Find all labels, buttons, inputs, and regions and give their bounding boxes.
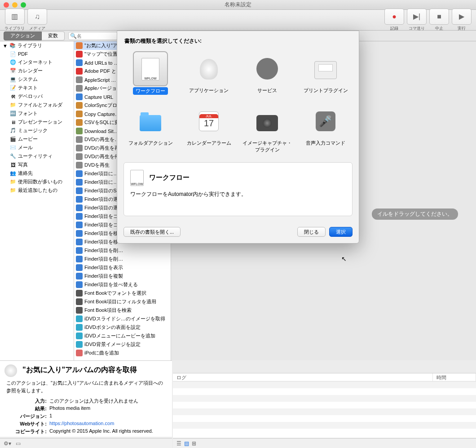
smart-most-used[interactable]: 📁使用回数が多いもの <box>0 177 74 186</box>
action-icon <box>76 247 83 254</box>
category-icon: 🖼 <box>10 162 16 168</box>
category-icon: 📅 <box>10 68 16 74</box>
library-category[interactable]: 🌐インターネット <box>0 58 74 67</box>
library-sidebar[interactable]: ▼📚ライブラリ 📄PDF🌐インターネット📅カレンダー💻システム📝テキスト🛠デベロ… <box>0 41 74 360</box>
category-icon: 🎵 <box>10 128 16 134</box>
category-icon: 🛠 <box>10 93 16 100</box>
action-icon <box>76 239 83 245</box>
desc-body: このアクションは、"お気に入り"アルバムに含まれるメディア項目への参照を返します… <box>6 379 166 394</box>
log-col-header[interactable]: ログ <box>173 373 433 381</box>
view-icons-icon[interactable]: ⊞ <box>192 440 196 447</box>
type-calendar-alarm[interactable]: JUL17 カレンダーアラーム <box>182 102 236 156</box>
type-workflow[interactable]: WFLOW ワークフロー <box>123 49 177 98</box>
play-icon: ▶ <box>459 13 464 20</box>
type-detail: WFLOW ワークフロー ワークフローをAutomator内から実行できます。 <box>123 162 353 216</box>
run-button[interactable]: ▶ <box>452 9 472 25</box>
library-category[interactable]: 🔤フォント <box>0 109 74 118</box>
sheet-prompt: 書類の種類を選択してください: <box>117 31 359 47</box>
action-icon <box>76 341 83 348</box>
library-category[interactable]: 🖥プレゼンテーション <box>0 118 74 126</box>
action-item[interactable]: iDVDボタンの表面を設定 <box>74 323 171 332</box>
action-icon <box>76 59 83 66</box>
library-category[interactable]: 🔧ユーティリティ <box>0 152 74 160</box>
action-item[interactable]: Finder項目を表示 <box>74 263 171 272</box>
library-category[interactable]: 🖼写真 <box>0 160 74 169</box>
library-category[interactable]: 🎵ミュージック <box>0 126 74 135</box>
detail-body: ワークフローをAutomator内から実行できます。 <box>130 191 346 198</box>
gear-icon[interactable]: ⚙︎▾ <box>4 440 11 447</box>
action-icon <box>76 111 83 117</box>
library-category[interactable]: ✉️メール <box>0 143 74 152</box>
microphone-icon: 🎤 <box>316 111 335 131</box>
view-list-icon[interactable]: ☰ <box>176 440 181 447</box>
action-item[interactable]: iPodに曲を追加 <box>74 349 171 357</box>
action-icon <box>76 256 83 262</box>
type-application[interactable]: アプリケーション <box>182 49 236 98</box>
minimize-window-button[interactable] <box>12 2 18 8</box>
website-link[interactable]: https://photosautomation.com <box>49 421 114 426</box>
view-tree-icon[interactable]: ▤ <box>184 440 189 447</box>
action-icon <box>76 179 83 186</box>
action-icon <box>76 350 83 356</box>
panel-toggle-icon[interactable]: ▭ <box>16 440 21 447</box>
type-print-plugin[interactable]: プリントプラグイン <box>299 49 353 98</box>
library-category[interactable]: 💻システム <box>0 75 74 84</box>
tab-variables[interactable]: 変数 <box>42 31 65 40</box>
media-button[interactable]: ♫ <box>27 9 47 25</box>
action-item[interactable]: iDVDメニューにムービーを追加 <box>74 332 171 340</box>
category-icon: 🎬 <box>10 136 16 142</box>
action-item[interactable]: iDVDスライドシ…のイメージを取得 <box>74 315 171 323</box>
smart-recent[interactable]: 📁最近追加したもの <box>0 186 74 195</box>
library-category[interactable]: 🎬ムービー <box>0 135 74 143</box>
stop-button[interactable]: ■ <box>429 9 449 25</box>
action-icon <box>76 42 83 49</box>
library-category[interactable]: 📅カレンダー <box>0 67 74 75</box>
detail-title: ワークフロー <box>149 173 190 182</box>
library-category[interactable]: 👥連絡先 <box>0 169 74 177</box>
library-button[interactable]: ▥ <box>5 9 25 25</box>
record-icon: ● <box>392 13 397 20</box>
action-item[interactable]: Font Bookでフォントを選択 <box>74 289 171 297</box>
toolbar: ▥ ライブラリ ♫ メディア ●記録 ▶|コマ送り ■中止 ▶実行 <box>0 10 476 31</box>
record-button[interactable]: ● <box>384 9 404 25</box>
stop-icon: ■ <box>437 13 441 20</box>
library-category[interactable]: 📁ファイルとフォルダ <box>0 101 74 109</box>
category-icon: 📄 <box>10 51 16 57</box>
type-service[interactable]: サービス <box>240 49 294 98</box>
close-button[interactable]: 閉じる <box>297 227 326 237</box>
action-item[interactable]: Finder項目を削… <box>74 246 171 255</box>
action-item[interactable]: Finder項目を複製 <box>74 272 171 280</box>
type-grid: WFLOW ワークフロー アプリケーション サービス プリントプラグイン フォル… <box>117 47 359 162</box>
action-item[interactable]: Font Book項目にフィルタを適用 <box>74 297 171 306</box>
statusbar-left: ⚙︎▾ ▭ <box>0 438 172 448</box>
action-icon <box>76 333 83 339</box>
category-icon: ✉️ <box>10 145 16 151</box>
step-button[interactable]: ▶| <box>407 9 427 25</box>
library-category[interactable]: 🛠デベロッパ <box>0 92 74 101</box>
open-existing-button[interactable]: 既存の書類を開く... <box>123 227 181 237</box>
gear-icon <box>256 58 278 80</box>
step-icon: ▶| <box>413 13 420 20</box>
library-category[interactable]: 📄PDF <box>0 50 74 58</box>
desc-title: "お気に入り"アルバムの内容を取得 <box>22 365 166 375</box>
tab-actions[interactable]: アクション <box>4 31 42 40</box>
action-icon <box>76 136 83 143</box>
choose-button[interactable]: 選択 <box>329 227 353 237</box>
action-item[interactable]: Finder項目を並べ替える <box>74 280 171 289</box>
close-window-button[interactable] <box>4 2 9 8</box>
action-icon <box>76 153 83 160</box>
zoom-window-button[interactable] <box>21 2 26 8</box>
search-icon: 🔍 <box>70 33 77 39</box>
statusbar-right: ☰ ▤ ⊞ <box>173 438 476 448</box>
action-item[interactable]: Font Book項目を検索 <box>74 306 171 315</box>
action-item[interactable]: Finder項目を削… <box>74 255 171 263</box>
library-root[interactable]: ▼📚ライブラリ <box>0 41 74 50</box>
time-col-header[interactable]: 時間 <box>433 373 476 381</box>
action-icon <box>76 76 83 83</box>
type-dictation-command[interactable]: 🎤 音声入力コマンド <box>299 102 353 156</box>
printer-icon <box>314 61 337 79</box>
library-category[interactable]: 📝テキスト <box>0 84 74 92</box>
type-image-capture-plugin[interactable]: イメージキャプチャ・プラグイン <box>240 102 294 156</box>
action-item[interactable]: iDVD背景イメージを設定 <box>74 340 171 349</box>
type-folder-action[interactable]: フォルダアクション <box>123 102 177 156</box>
